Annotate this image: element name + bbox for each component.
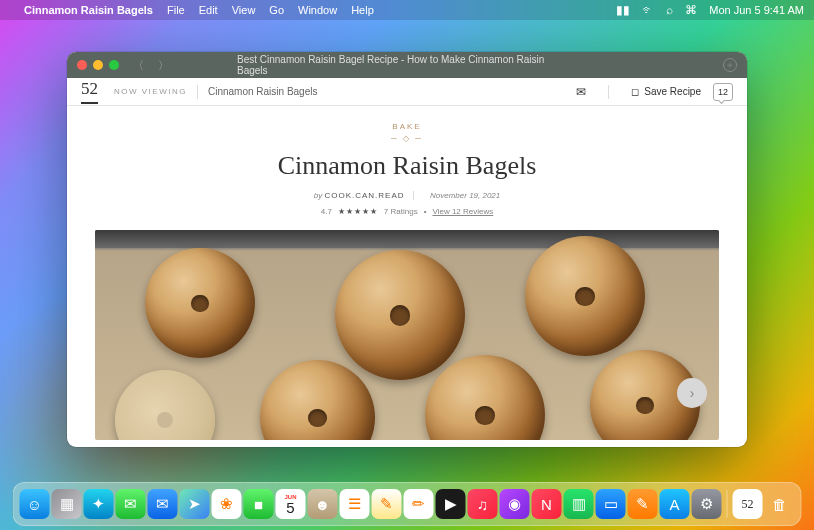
- dock-pages[interactable]: ✎: [628, 489, 658, 519]
- dock-appstore[interactable]: A: [660, 489, 690, 519]
- dock: ☺▦✦✉✉➤❀■JUN5☻☰✎✏▶♫◉N▥▭✎A⚙52🗑: [13, 482, 802, 526]
- dock-music[interactable]: ♫: [468, 489, 498, 519]
- menu-window[interactable]: Window: [298, 4, 337, 16]
- dock-reminders[interactable]: ☰: [340, 489, 370, 519]
- dock-food52[interactable]: 52: [733, 489, 763, 519]
- fullscreen-button[interactable]: [109, 60, 119, 70]
- wifi-icon[interactable]: ᯤ: [642, 3, 654, 17]
- app-name[interactable]: Cinnamon Raisin Bagels: [24, 4, 153, 16]
- forward-button[interactable]: 〉: [158, 58, 169, 73]
- page-header: 52 NOW VIEWING Cinnamon Raisin Bagels ✉ …: [67, 78, 747, 106]
- dock-maps[interactable]: ➤: [180, 489, 210, 519]
- menubar: Cinnamon Raisin Bagels File Edit View Go…: [0, 0, 814, 20]
- publish-date: November 19, 2021: [430, 191, 500, 200]
- dock-contacts[interactable]: ☻: [308, 489, 338, 519]
- menu-file[interactable]: File: [167, 4, 185, 16]
- now-viewing-label: NOW VIEWING: [114, 87, 187, 96]
- comment-count-badge[interactable]: 12: [713, 83, 733, 101]
- dock-calendar[interactable]: JUN5: [276, 489, 306, 519]
- dock-settings[interactable]: ⚙: [692, 489, 722, 519]
- dock-trash[interactable]: 🗑: [765, 489, 795, 519]
- dock-keynote[interactable]: ▭: [596, 489, 626, 519]
- rating-row: 4.7 ★★★★★ 7 Ratings • View 12 Reviews: [81, 207, 733, 216]
- titlebar[interactable]: 〈 〉 Best Cinnamon Raisin Bagel Recipe - …: [67, 52, 747, 78]
- star-icons: ★★★★★: [338, 207, 378, 216]
- recipe-content: BAKE ─ ◇ ─ Cinnamon Raisin Bagels by COO…: [67, 106, 747, 440]
- rating-value: 4.7: [321, 207, 332, 216]
- dock-freeform[interactable]: ✏: [404, 489, 434, 519]
- next-image-button[interactable]: ›: [677, 378, 707, 408]
- menu-view[interactable]: View: [232, 4, 256, 16]
- window-title: Best Cinnamon Raisin Bagel Recipe - How …: [237, 54, 577, 76]
- author-link[interactable]: COOK.CAN.READ: [324, 191, 404, 200]
- recipe-title: Cinnamon Raisin Bagels: [81, 151, 733, 181]
- dock-launchpad[interactable]: ▦: [52, 489, 82, 519]
- control-center-icon[interactable]: ⌘: [685, 3, 697, 17]
- by-label: by: [314, 191, 322, 200]
- dock-messages[interactable]: ✉: [116, 489, 146, 519]
- add-button[interactable]: ＋: [723, 58, 737, 72]
- app-window: 〈 〉 Best Cinnamon Raisin Bagel Recipe - …: [67, 52, 747, 447]
- category-label[interactable]: BAKE: [81, 122, 733, 131]
- battery-icon[interactable]: ▮▮: [616, 3, 630, 17]
- dock-separator: [727, 490, 728, 518]
- dock-podcasts[interactable]: ◉: [500, 489, 530, 519]
- close-button[interactable]: [77, 60, 87, 70]
- separator: [413, 191, 414, 200]
- separator: [197, 85, 198, 99]
- reviews-link[interactable]: View 12 Reviews: [432, 207, 493, 216]
- save-label: Save Recipe: [644, 86, 701, 97]
- hero-image: ›: [95, 230, 719, 440]
- bullet: •: [424, 207, 427, 216]
- ratings-count: 7 Ratings: [384, 207, 418, 216]
- back-button[interactable]: 〈: [133, 58, 144, 73]
- dock-news[interactable]: N: [532, 489, 562, 519]
- minimize-button[interactable]: [93, 60, 103, 70]
- menu-edit[interactable]: Edit: [199, 4, 218, 16]
- dock-facetime[interactable]: ■: [244, 489, 274, 519]
- site-logo[interactable]: 52: [81, 79, 98, 104]
- search-icon[interactable]: ⌕: [666, 3, 673, 17]
- bookmark-icon: ◻: [631, 86, 639, 97]
- dock-finder[interactable]: ☺: [20, 489, 50, 519]
- save-recipe-button[interactable]: ◻ Save Recipe: [631, 86, 701, 97]
- menu-go[interactable]: Go: [269, 4, 284, 16]
- dock-tv[interactable]: ▶: [436, 489, 466, 519]
- byline: by COOK.CAN.READ November 19, 2021: [81, 191, 733, 200]
- dock-numbers[interactable]: ▥: [564, 489, 594, 519]
- ornament: ─ ◇ ─: [81, 134, 733, 143]
- datetime[interactable]: Mon Jun 5 9:41 AM: [709, 4, 804, 16]
- dock-notes[interactable]: ✎: [372, 489, 402, 519]
- separator: [608, 85, 609, 99]
- viewing-title: Cinnamon Raisin Bagels: [208, 86, 318, 97]
- mail-icon[interactable]: ✉: [576, 85, 586, 99]
- dock-safari[interactable]: ✦: [84, 489, 114, 519]
- menu-help[interactable]: Help: [351, 4, 374, 16]
- dock-mail[interactable]: ✉: [148, 489, 178, 519]
- dock-photos[interactable]: ❀: [212, 489, 242, 519]
